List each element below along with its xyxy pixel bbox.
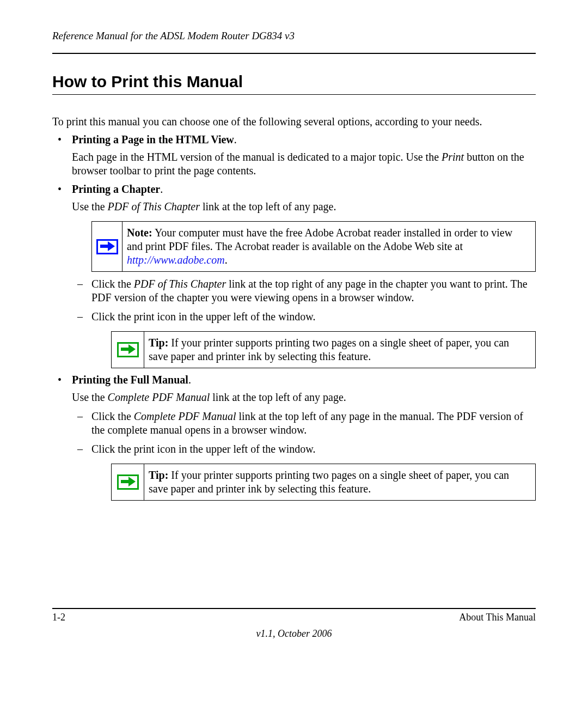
bullet-item: Printing the Full Manual. Use the Comple… <box>52 374 536 501</box>
icon-cell <box>112 332 144 368</box>
tip-text: Tip: If your printer supports printing t… <box>144 464 535 500</box>
text: link at the top left of any page. <box>200 200 336 212</box>
bullet-item: Printing a Page in the HTML View. Each p… <box>52 133 536 178</box>
sub-item: Click the Complete PDF Manual link at th… <box>72 410 536 437</box>
text: Use the <box>72 391 108 403</box>
italic-text: Complete PDF Manual <box>108 391 210 403</box>
italic-text: Print <box>442 151 464 163</box>
footer-row: 1-2 About This Manual <box>52 612 536 623</box>
tip-callout: Tip: If your printer supports printing t… <box>111 464 536 501</box>
bullet-head: Printing a Page in the HTML View <box>72 133 234 145</box>
note-lead: Note: <box>127 227 152 239</box>
bullet-item: Printing a Chapter. Use the PDF of This … <box>52 183 536 368</box>
adobe-link[interactable]: http://www.adobe.com <box>127 254 225 266</box>
icon-cell <box>112 464 144 500</box>
tip-lead: Tip: <box>149 469 168 481</box>
bullet-head-period: . <box>234 133 237 145</box>
text: If your printer supports printing two pa… <box>149 337 509 362</box>
footer-section: About This Manual <box>459 612 536 623</box>
icon-cell <box>92 222 122 271</box>
text: Use the <box>72 200 108 212</box>
running-header: Reference Manual for the ADSL Modem Rout… <box>52 30 536 54</box>
page-number: 1-2 <box>52 612 65 623</box>
italic-text: Complete PDF Manual <box>134 410 236 422</box>
document-page: Reference Manual for the ADSL Modem Rout… <box>0 0 588 706</box>
text: . <box>225 254 228 266</box>
arrow-right-icon <box>117 474 139 490</box>
italic-text: PDF of This Chapter <box>108 200 200 212</box>
sub-item: Click the print icon in the upper left o… <box>72 442 536 456</box>
paragraph: Each page in the HTML version of the man… <box>72 150 536 178</box>
bullet-head-period: . <box>160 183 163 195</box>
sub-list: Click the PDF of This Chapter link at th… <box>72 277 536 324</box>
note-callout: Note: Your computer must have the free A… <box>91 221 536 272</box>
text: Click the <box>91 278 134 290</box>
arrow-right-icon <box>117 342 139 357</box>
text: Click the <box>91 410 134 422</box>
italic-text: PDF of This Chapter <box>134 278 226 290</box>
footer-rule <box>52 608 536 609</box>
bullet-head-period: . <box>188 374 191 386</box>
text: link at the top left of any page. <box>210 391 346 403</box>
text: If your printer supports printing two pa… <box>149 469 509 495</box>
tip-lead: Tip: <box>149 337 168 349</box>
text: Your computer must have the free Adobe A… <box>127 227 512 252</box>
arrow-right-icon <box>96 239 118 254</box>
intro-paragraph: To print this manual you can choose one … <box>52 115 536 128</box>
section-title: How to Print this Manual <box>52 72 536 95</box>
paragraph: Use the PDF of This Chapter link at the … <box>72 200 536 214</box>
bullet-head: Printing a Chapter <box>72 183 160 195</box>
tip-text: Tip: If your printer supports printing t… <box>144 332 535 368</box>
bullet-list: Printing a Page in the HTML View. Each p… <box>52 133 536 501</box>
paragraph: Use the Complete PDF Manual link at the … <box>72 391 536 404</box>
text: Each page in the HTML version of the man… <box>72 151 442 163</box>
tip-callout: Tip: If your printer supports printing t… <box>111 331 536 368</box>
sub-item: Click the PDF of This Chapter link at th… <box>72 277 536 305</box>
footer-version: v1.1, October 2006 <box>0 628 588 640</box>
bullet-head: Printing the Full Manual <box>72 374 188 386</box>
sub-item: Click the print icon in the upper left o… <box>72 310 536 324</box>
note-text: Note: Your computer must have the free A… <box>122 222 535 271</box>
sub-list: Click the Complete PDF Manual link at th… <box>72 410 536 456</box>
